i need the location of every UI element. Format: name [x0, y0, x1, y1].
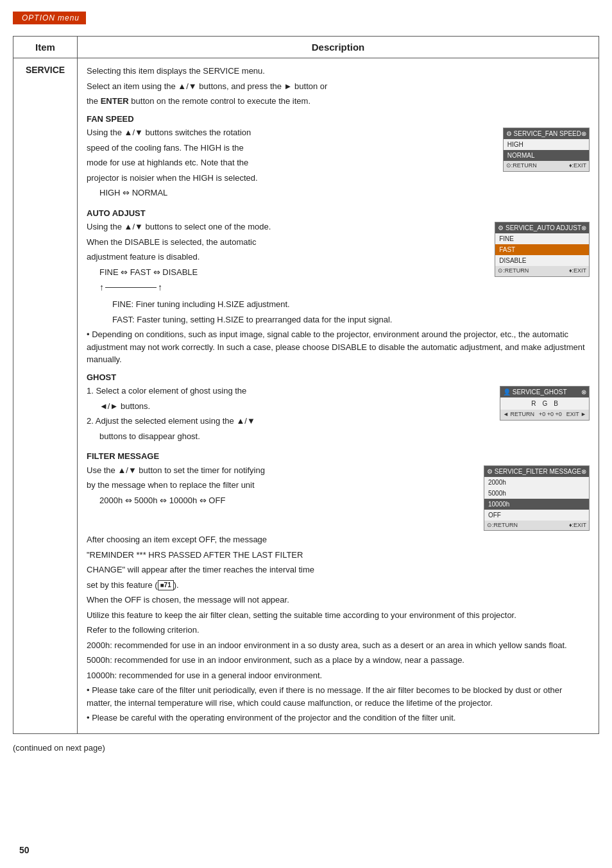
ghost-footer: ◄ RETURN +0 +0 +0 EXIT ►	[500, 410, 589, 420]
header-label: OPTION	[22, 13, 55, 22]
header-suffix: menu	[58, 13, 80, 22]
fan-speed-widget-header: ⚙ SERVICE_FAN SPEED ⊗	[504, 128, 589, 139]
fan-speed-section: Using the ▲/▼ buttons switches the rotat…	[87, 126, 590, 202]
after-text-1: After choosing an item except OFF, the m…	[87, 533, 590, 546]
nav-line: Select an item using the ▲/▼ buttons, an…	[87, 80, 590, 93]
ghost-title: GHOST	[87, 371, 590, 384]
filter-message-text: Use the ▲/▼ button to set the timer for …	[87, 464, 477, 510]
filter-2000h: 2000h	[484, 477, 589, 488]
filter-off: OFF	[484, 510, 589, 521]
fan-speed-footer: ⊙:RETURN ♦:EXIT	[504, 161, 589, 171]
page-number: 50	[19, 845, 30, 855]
col-item-header: Item	[13, 37, 78, 58]
fan-speed-widget: ⚙ SERVICE_FAN SPEED ⊗ HIGH NORMAL ⊙:RETU…	[503, 128, 590, 172]
fan-speed-text: Using the ▲/▼ buttons switches the rotat…	[87, 126, 497, 202]
fine-note: FINE: Finer tuning including H.SIZE adju…	[112, 298, 590, 311]
after-text-6: Utilize this feature to keep the air fil…	[87, 609, 590, 622]
filter-5000h: 5000h	[484, 488, 589, 499]
filter-footer: ⊙:RETURN ♦:EXIT	[484, 521, 589, 531]
auto-adjust-widget: ⚙ SERVICE_AUTO ADJUST ⊗ FINE FAST DISABL…	[495, 222, 590, 277]
ghost-widget: 👤 SERVICE_GHOST ⊗ R G B ◄ RETURN +0 +0 +…	[500, 386, 590, 421]
ghost-section: 1. Select a color element of ghost using…	[87, 385, 590, 445]
auto-adjust-bullet: • Depending on conditions, such as input…	[87, 328, 590, 366]
filter-message-title: FILTER MESSAGE	[87, 450, 590, 463]
ghost-text: 1. Select a color element of ghost using…	[87, 385, 493, 445]
after-text-4: set by this feature (■71).	[87, 579, 590, 592]
auto-adjust-fast: FAST	[495, 244, 589, 255]
item-cell: SERVICE	[13, 58, 78, 734]
icon-ref-71: ■71	[158, 580, 174, 590]
auto-adjust-widget-header: ⚙ SERVICE_AUTO ADJUST ⊗	[495, 222, 589, 233]
fan-speed-high: HIGH	[504, 139, 589, 150]
after-text-3: CHANGE" will appear after the timer reac…	[87, 563, 590, 576]
col-desc-header: Description	[78, 37, 599, 58]
auto-adjust-text: Using the ▲/▼ buttons to select one of t…	[87, 221, 488, 296]
fan-speed-title: FAN SPEED	[87, 113, 590, 126]
after-text-9: 5000h: recommended for use in an indoor …	[87, 654, 590, 667]
filter-message-widget: ⚙ SERVICE_FILTER MESSAGE ⊗ 2000h 5000h 1…	[484, 465, 590, 531]
auto-adjust-disable: DISABLE	[495, 255, 589, 266]
enter-line: the ENTER button on the remote control t…	[87, 95, 590, 108]
auto-adjust-section: Using the ▲/▼ buttons to select one of t…	[87, 221, 590, 296]
intro-text: Selecting this item displays the SERVICE…	[87, 65, 590, 78]
after-text-10: 10000h: recommended for use in a general…	[87, 669, 590, 682]
option-menu-header: OPTIONmenu	[13, 12, 599, 36]
main-table: Item Description SERVICE Selecting this …	[13, 36, 599, 734]
after-text-7: Refer to the following criterion.	[87, 624, 590, 637]
auto-adjust-fine: FINE	[495, 233, 589, 244]
fan-speed-normal: NORMAL	[504, 150, 589, 161]
auto-adjust-title: AUTO ADJUST	[87, 207, 590, 220]
after-text-8: 2000h: recommended for use in an indoor …	[87, 639, 590, 652]
ghost-rgb-labels: R G B	[500, 397, 589, 410]
filter-10000h: 10000h	[484, 499, 589, 510]
after-text-12: • Please be careful with the operating e…	[87, 712, 590, 724]
after-text-2: "REMINDER *** HRS PASSED AFTER THE LAST …	[87, 549, 590, 562]
continued-text: (continued on next page)	[13, 743, 599, 753]
table-row: SERVICE Selecting this item displays the…	[13, 58, 599, 734]
arrows-indicator: ↑ ↑	[99, 281, 488, 294]
desc-cell: Selecting this item displays the SERVICE…	[78, 58, 599, 734]
after-text-11: • Please take care of the filter unit pe…	[87, 684, 590, 709]
filter-message-section: Use the ▲/▼ button to set the timer for …	[87, 464, 590, 531]
filter-widget-header: ⚙ SERVICE_FILTER MESSAGE ⊗	[484, 466, 589, 477]
ghost-widget-header: 👤 SERVICE_GHOST ⊗	[500, 387, 589, 397]
fast-note: FAST: Faster tuning, setting H.SIZE to p…	[112, 313, 590, 326]
after-text-5: When the OFF is chosen, the message will…	[87, 594, 590, 606]
auto-adjust-footer: ⊙:RETURN ♦:EXIT	[495, 266, 589, 276]
